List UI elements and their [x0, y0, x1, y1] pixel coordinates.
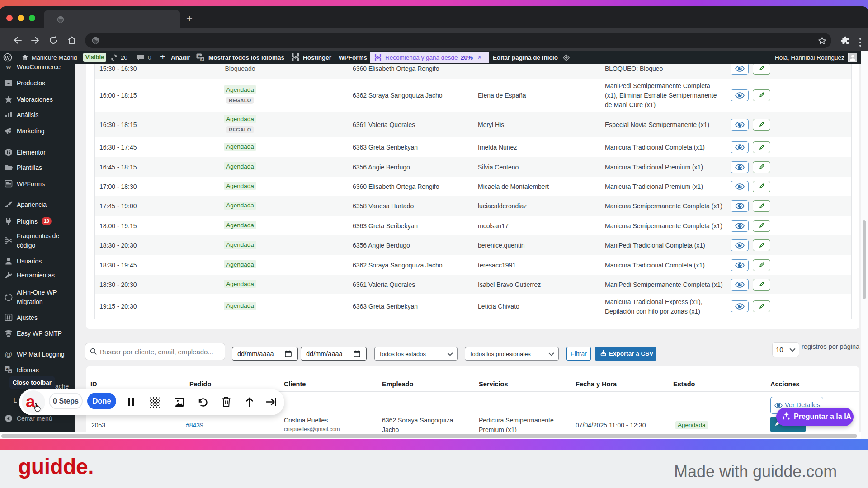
svg-text:W: W	[6, 64, 12, 70]
svg-text:★: ★	[9, 370, 12, 374]
svg-text:★: ★	[201, 57, 204, 61]
svg-text:@: @	[5, 350, 12, 358]
